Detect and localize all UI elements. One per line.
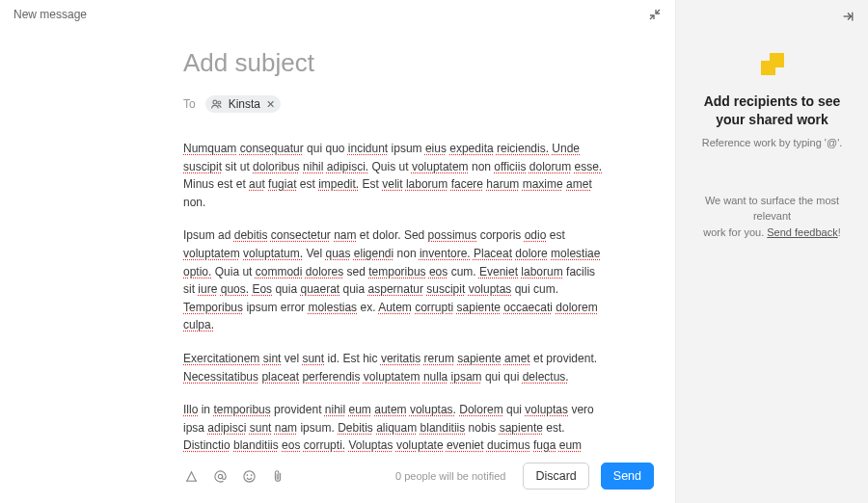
svg-point-5: [251, 474, 252, 475]
shared-work-icon: [756, 48, 789, 81]
side-panel: Add recipients to see your shared work R…: [675, 0, 868, 503]
body-paragraph: Numquam consequatur qui quo incidunt ips…: [183, 140, 608, 211]
attachment-icon[interactable]: [270, 468, 285, 484]
recipient-chip[interactable]: Kinsta ✕: [205, 95, 281, 113]
body-paragraph: Exercitationem sint vel sunt id. Est hic…: [183, 350, 608, 385]
text-style-icon[interactable]: [183, 468, 199, 484]
recipient-name: Kinsta: [229, 97, 260, 111]
subject-input[interactable]: Add subject: [183, 48, 608, 78]
svg-point-2: [218, 474, 222, 478]
svg-point-3: [243, 470, 254, 481]
send-feedback-link[interactable]: Send feedback: [767, 226, 837, 238]
compose-panel: New message Add subject To: [0, 0, 675, 503]
topbar: New message: [0, 0, 675, 25]
svg-point-0: [213, 100, 217, 104]
mention-icon[interactable]: [212, 468, 228, 484]
side-panel-subtitle: Reference work by typing '@'.: [702, 137, 843, 148]
discard-button[interactable]: Discard: [523, 463, 588, 490]
body-paragraph: Ipsum ad debitis consectetur nam et dolo…: [183, 226, 608, 334]
message-body[interactable]: Numquam consequatur qui quo incidunt ips…: [183, 140, 608, 453]
to-label: To: [183, 97, 196, 111]
close-panel-icon[interactable]: [841, 10, 854, 23]
body-paragraph: Illo in temporibus provident nihil eum a…: [183, 401, 608, 453]
notify-count: 0 people will be notified: [395, 470, 505, 482]
window-title: New message: [14, 8, 87, 21]
collapse-icon[interactable]: [648, 8, 662, 21]
remove-recipient-icon[interactable]: ✕: [265, 98, 275, 111]
compose-content: Add subject To Kinsta ✕ Numquam consequa…: [0, 25, 675, 453]
side-panel-title: Add recipients to see your shared work: [692, 93, 853, 129]
side-panel-footer: We want to surface the most relevant wor…: [692, 193, 853, 241]
compose-footer: 0 people will be notified Discard Send: [0, 453, 675, 503]
svg-point-4: [246, 474, 247, 475]
people-icon: [210, 97, 224, 111]
send-button[interactable]: Send: [601, 463, 654, 490]
emoji-icon[interactable]: [241, 468, 257, 484]
svg-rect-7: [770, 53, 784, 67]
svg-point-1: [218, 101, 221, 104]
to-row: To Kinsta ✕: [183, 95, 608, 113]
toolbar-icons: [183, 468, 285, 484]
